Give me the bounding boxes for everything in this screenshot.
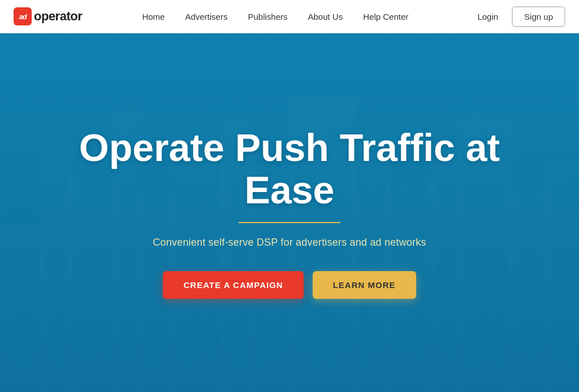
hero-buttons: CREATE A CAMPAIGN LEARN MORE: [58, 271, 521, 299]
learn-more-button[interactable]: LEARN MORE: [313, 271, 416, 299]
hero-subtitle: Convenient self-serve DSP for advertiser…: [58, 237, 521, 249]
login-button[interactable]: Login: [468, 7, 507, 26]
nav-item-publishers[interactable]: Publishers: [240, 7, 295, 26]
hero-content: Operate Push Traffic at Ease Convenient …: [35, 127, 544, 299]
create-campaign-button[interactable]: CREATE A CAMPAIGN: [163, 271, 303, 299]
hero-title: Operate Push Traffic at Ease: [58, 127, 521, 211]
hero-divider: [239, 222, 340, 223]
nav-item-about-us[interactable]: About Us: [300, 7, 351, 26]
nav-item-help-center[interactable]: Help Center: [355, 7, 416, 26]
main-nav: Home Advertisers Publishers About Us Hel…: [134, 7, 416, 26]
nav-item-advertisers[interactable]: Advertisers: [177, 7, 235, 26]
auth-area: Login Sign up: [468, 6, 565, 27]
hero-section: Operate Push Traffic at Ease Convenient …: [0, 33, 579, 392]
logo-text: operator: [34, 9, 82, 24]
logo-icon: ad: [14, 7, 32, 25]
header: ad operator Home Advertisers Publishers …: [0, 0, 579, 33]
logo[interactable]: ad operator: [14, 7, 82, 25]
signup-button[interactable]: Sign up: [512, 6, 565, 27]
nav-item-home[interactable]: Home: [134, 7, 172, 26]
